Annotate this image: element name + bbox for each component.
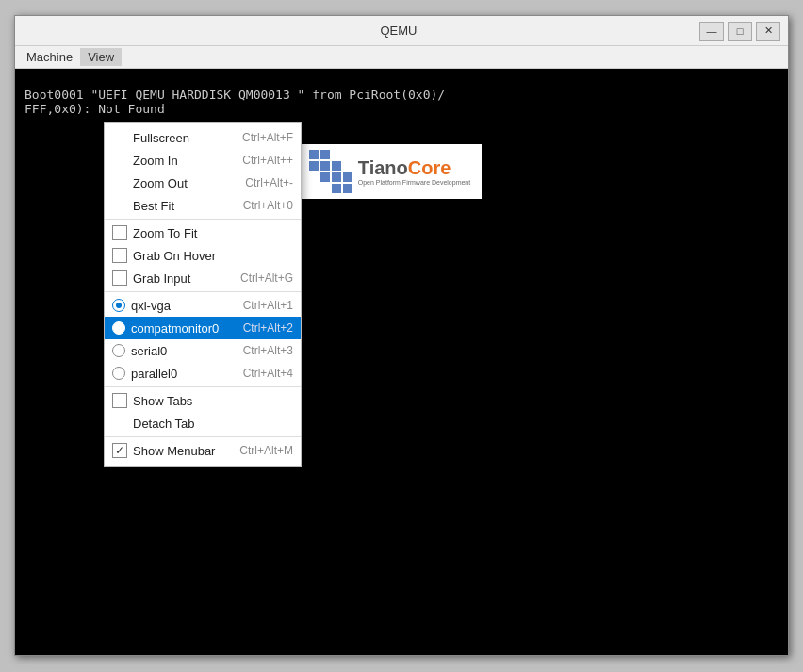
menu-item-zoom-to-fit[interactable]: Zoom To Fit — [105, 221, 301, 244]
zoom-out-shortcut: Ctrl+Alt+- — [245, 176, 293, 189]
menu-item-grab-input[interactable]: Grab Input Ctrl+Alt+G — [105, 267, 301, 289]
parallel0-label: parallel0 — [131, 367, 177, 381]
view-dropdown-menu: Fullscreen Ctrl+Alt+F Zoom In Ctrl+Alt++… — [104, 122, 302, 467]
zoom-in-label: Zoom In — [133, 154, 178, 168]
serial0-label: serial0 — [131, 344, 167, 358]
compatmonitor0-label: compatmonitor0 — [131, 321, 219, 336]
show-menubar-checkbox — [112, 443, 127, 458]
fullscreen-shortcut: Ctrl+Alt+F — [242, 131, 293, 144]
qxl-vga-radio — [112, 299, 125, 312]
menu-machine[interactable]: Machine — [19, 48, 80, 66]
grab-input-checkbox — [112, 270, 127, 286]
detach-tab-label: Detach Tab — [133, 417, 195, 431]
content-area: Boot0001 "UEFI QEMU HARDDISK QM00013 " f… — [15, 69, 788, 655]
separator-4 — [105, 436, 301, 437]
menu-item-serial0[interactable]: serial0 Ctrl+Alt+3 — [105, 339, 301, 362]
serial0-radio — [112, 344, 125, 357]
zoom-to-fit-label: Zoom To Fit — [133, 226, 197, 240]
menu-item-show-menubar[interactable]: Show Menubar Ctrl+Alt+M — [105, 439, 301, 462]
separator-3 — [105, 386, 301, 387]
menu-view[interactable]: View — [80, 48, 122, 66]
maximize-button[interactable]: □ — [728, 22, 752, 41]
tianocore-brand-gray: Tiano — [358, 157, 408, 179]
grab-input-label: Grab Input — [133, 271, 190, 286]
menu-item-zoom-in[interactable]: Zoom In Ctrl+Alt++ — [105, 149, 301, 172]
menu-item-fullscreen[interactable]: Fullscreen Ctrl+Alt+F — [105, 126, 301, 149]
compatmonitor0-radio — [112, 321, 125, 335]
best-fit-label: Best Fit — [133, 199, 174, 213]
zoom-out-label: Zoom Out — [133, 176, 188, 190]
show-menubar-label: Show Menubar — [133, 444, 215, 458]
menu-item-qxl-vga[interactable]: qxl-vga Ctrl+Alt+1 — [105, 294, 301, 317]
qxl-vga-label: qxl-vga — [131, 299, 171, 313]
show-tabs-label: Show Tabs — [133, 394, 192, 408]
zoom-in-shortcut: Ctrl+Alt++ — [242, 154, 293, 167]
show-tabs-checkbox — [112, 393, 127, 408]
best-fit-shortcut: Ctrl+Alt+0 — [243, 199, 293, 212]
menu-item-parallel0[interactable]: parallel0 Ctrl+Alt+4 — [105, 362, 301, 385]
grab-on-hover-label: Grab On Hover — [133, 249, 216, 263]
window-controls: — □ ✕ — [699, 22, 780, 41]
menu-item-show-tabs[interactable]: Show Tabs — [105, 389, 301, 412]
parallel0-radio — [112, 367, 125, 380]
serial0-shortcut: Ctrl+Alt+3 — [243, 344, 293, 357]
parallel0-shortcut: Ctrl+Alt+4 — [243, 367, 293, 380]
titlebar: QEMU — □ ✕ — [15, 16, 788, 46]
grab-input-shortcut: Ctrl+Alt+G — [240, 271, 293, 285]
menu-item-zoom-out[interactable]: Zoom Out Ctrl+Alt+- — [105, 172, 301, 194]
separator-2 — [105, 291, 301, 292]
menubar: Machine View — [15, 46, 788, 69]
tianocore-sub: Open Platform Firmware Development — [358, 179, 470, 186]
compatmonitor0-shortcut: Ctrl+Alt+2 — [243, 321, 293, 335]
menu-item-best-fit[interactable]: Best Fit Ctrl+Alt+0 — [105, 194, 301, 217]
menu-item-compatmonitor0[interactable]: compatmonitor0 Ctrl+Alt+2 — [105, 317, 301, 339]
show-menubar-shortcut: Ctrl+Alt+M — [239, 444, 293, 457]
close-button[interactable]: ✕ — [756, 22, 780, 41]
window-title: QEMU — [98, 24, 699, 38]
separator-1 — [105, 219, 301, 220]
fullscreen-label: Fullscreen — [133, 131, 189, 145]
grab-on-hover-checkbox — [112, 248, 127, 263]
qxl-vga-shortcut: Ctrl+Alt+1 — [243, 299, 293, 312]
menu-item-detach-tab[interactable]: Detach Tab — [105, 412, 301, 434]
qemu-window: QEMU — □ ✕ Machine View Boot0001 "UEFI Q… — [14, 15, 789, 656]
tianocore-logo: TianoCore Open Platform Firmware Develop… — [298, 144, 482, 199]
menu-item-grab-on-hover[interactable]: Grab On Hover — [105, 244, 301, 267]
minimize-button[interactable]: — — [699, 22, 724, 41]
tianocore-brand-orange: Core — [408, 157, 451, 179]
zoom-to-fit-checkbox — [112, 225, 127, 240]
